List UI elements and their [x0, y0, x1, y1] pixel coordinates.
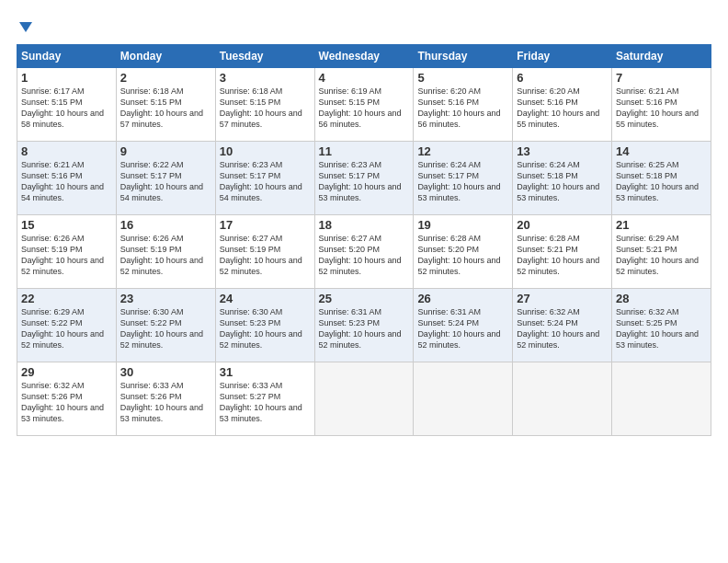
- col-monday: Monday: [116, 45, 215, 68]
- day-cell: 14Sunrise: 6:25 AMSunset: 5:18 PMDayligh…: [612, 142, 711, 215]
- day-info: Sunrise: 6:24 AMSunset: 5:18 PMDaylight:…: [517, 160, 599, 202]
- day-info: Sunrise: 6:22 AMSunset: 5:17 PMDaylight:…: [120, 160, 203, 202]
- page: SundayMondayTuesdayWednesdayThursdayFrid…: [0, 0, 728, 563]
- day-info: Sunrise: 6:29 AMSunset: 5:21 PMDaylight:…: [616, 234, 699, 276]
- day-cell: [513, 362, 612, 436]
- week-row-3: 15Sunrise: 6:26 AMSunset: 5:19 PMDayligh…: [17, 215, 711, 289]
- calendar-table: SundayMondayTuesdayWednesdayThursdayFrid…: [17, 44, 711, 436]
- week-row-5: 29Sunrise: 6:32 AMSunset: 5:26 PMDayligh…: [17, 362, 711, 436]
- svg-marker-0: [19, 22, 32, 32]
- day-number: 27: [517, 292, 608, 305]
- logo-line1: [17, 17, 34, 35]
- day-cell: 29Sunrise: 6:32 AMSunset: 5:26 PMDayligh…: [17, 362, 117, 436]
- day-number: 31: [220, 365, 311, 379]
- day-number: 16: [120, 218, 211, 232]
- day-number: 22: [21, 292, 112, 305]
- day-info: Sunrise: 6:20 AMSunset: 5:16 PMDaylight:…: [417, 86, 500, 129]
- day-info: Sunrise: 6:21 AMSunset: 5:16 PMDaylight:…: [616, 86, 699, 129]
- day-cell: 13Sunrise: 6:24 AMSunset: 5:18 PMDayligh…: [513, 142, 612, 215]
- day-info: Sunrise: 6:32 AMSunset: 5:24 PMDaylight:…: [517, 307, 599, 350]
- day-number: 29: [21, 365, 112, 379]
- day-number: 28: [616, 292, 707, 305]
- day-cell: 24Sunrise: 6:30 AMSunset: 5:23 PMDayligh…: [215, 289, 314, 362]
- day-number: 6: [517, 71, 608, 85]
- day-info: Sunrise: 6:26 AMSunset: 5:19 PMDaylight:…: [120, 234, 203, 276]
- day-number: 13: [517, 144, 608, 158]
- day-info: Sunrise: 6:23 AMSunset: 5:17 PMDaylight:…: [319, 160, 402, 202]
- day-cell: [612, 362, 711, 436]
- day-number: 3: [220, 71, 311, 85]
- week-row-4: 22Sunrise: 6:29 AMSunset: 5:22 PMDayligh…: [17, 289, 711, 362]
- header-row: SundayMondayTuesdayWednesdayThursdayFrid…: [17, 45, 711, 68]
- day-cell: 12Sunrise: 6:24 AMSunset: 5:17 PMDayligh…: [414, 142, 513, 215]
- day-info: Sunrise: 6:21 AMSunset: 5:16 PMDaylight:…: [21, 160, 104, 202]
- day-number: 26: [417, 292, 508, 305]
- day-info: Sunrise: 6:27 AMSunset: 5:20 PMDaylight:…: [319, 234, 402, 276]
- day-cell: 25Sunrise: 6:31 AMSunset: 5:23 PMDayligh…: [314, 289, 414, 362]
- day-cell: 8Sunrise: 6:21 AMSunset: 5:16 PMDaylight…: [17, 142, 117, 215]
- day-number: 5: [417, 71, 508, 85]
- day-cell: 16Sunrise: 6:26 AMSunset: 5:19 PMDayligh…: [116, 215, 215, 289]
- day-info: Sunrise: 6:32 AMSunset: 5:26 PMDaylight:…: [21, 381, 104, 423]
- day-number: 12: [417, 144, 508, 158]
- day-number: 30: [120, 365, 211, 379]
- day-info: Sunrise: 6:33 AMSunset: 5:27 PMDaylight:…: [220, 381, 302, 423]
- day-info: Sunrise: 6:30 AMSunset: 5:22 PMDaylight:…: [120, 307, 203, 350]
- day-number: 9: [120, 144, 211, 158]
- day-info: Sunrise: 6:32 AMSunset: 5:25 PMDaylight:…: [616, 307, 699, 350]
- day-cell: 26Sunrise: 6:31 AMSunset: 5:24 PMDayligh…: [414, 289, 513, 362]
- day-info: Sunrise: 6:19 AMSunset: 5:15 PMDaylight:…: [319, 86, 402, 129]
- day-cell: 11Sunrise: 6:23 AMSunset: 5:17 PMDayligh…: [314, 142, 414, 215]
- day-info: Sunrise: 6:29 AMSunset: 5:22 PMDaylight:…: [21, 307, 104, 350]
- day-info: Sunrise: 6:18 AMSunset: 5:15 PMDaylight:…: [120, 86, 203, 129]
- day-number: 18: [319, 218, 410, 232]
- day-info: Sunrise: 6:28 AMSunset: 5:21 PMDaylight:…: [517, 234, 599, 276]
- logo-arrow-icon: [17, 18, 34, 35]
- day-cell: 17Sunrise: 6:27 AMSunset: 5:19 PMDayligh…: [215, 215, 314, 289]
- week-row-1: 1Sunrise: 6:17 AMSunset: 5:15 PMDaylight…: [17, 68, 711, 142]
- day-cell: 4Sunrise: 6:19 AMSunset: 5:15 PMDaylight…: [314, 68, 414, 142]
- day-info: Sunrise: 6:25 AMSunset: 5:18 PMDaylight:…: [616, 160, 699, 202]
- header: [17, 17, 711, 35]
- day-number: 15: [21, 218, 112, 232]
- day-number: 20: [517, 218, 608, 232]
- day-number: 24: [220, 292, 311, 305]
- day-cell: 5Sunrise: 6:20 AMSunset: 5:16 PMDaylight…: [414, 68, 513, 142]
- day-info: Sunrise: 6:30 AMSunset: 5:23 PMDaylight:…: [220, 307, 302, 350]
- day-info: Sunrise: 6:17 AMSunset: 5:15 PMDaylight:…: [21, 86, 104, 129]
- day-cell: 2Sunrise: 6:18 AMSunset: 5:15 PMDaylight…: [116, 68, 215, 142]
- day-number: 19: [417, 218, 508, 232]
- day-cell: 7Sunrise: 6:21 AMSunset: 5:16 PMDaylight…: [612, 68, 711, 142]
- day-number: 4: [319, 71, 410, 85]
- day-info: Sunrise: 6:23 AMSunset: 5:17 PMDaylight:…: [220, 160, 302, 202]
- col-thursday: Thursday: [414, 45, 513, 68]
- day-number: 1: [21, 71, 112, 85]
- day-number: 2: [120, 71, 211, 85]
- day-cell: 19Sunrise: 6:28 AMSunset: 5:20 PMDayligh…: [414, 215, 513, 289]
- day-info: Sunrise: 6:31 AMSunset: 5:23 PMDaylight:…: [319, 307, 402, 350]
- logo: [17, 17, 34, 35]
- day-info: Sunrise: 6:26 AMSunset: 5:19 PMDaylight:…: [21, 234, 104, 276]
- day-number: 8: [21, 144, 112, 158]
- day-cell: 31Sunrise: 6:33 AMSunset: 5:27 PMDayligh…: [215, 362, 314, 436]
- day-info: Sunrise: 6:20 AMSunset: 5:16 PMDaylight:…: [517, 86, 599, 129]
- day-cell: 3Sunrise: 6:18 AMSunset: 5:15 PMDaylight…: [215, 68, 314, 142]
- day-info: Sunrise: 6:33 AMSunset: 5:26 PMDaylight:…: [120, 381, 203, 423]
- col-sunday: Sunday: [17, 45, 117, 68]
- day-info: Sunrise: 6:27 AMSunset: 5:19 PMDaylight:…: [220, 234, 302, 276]
- day-info: Sunrise: 6:18 AMSunset: 5:15 PMDaylight:…: [220, 86, 302, 129]
- col-wednesday: Wednesday: [314, 45, 414, 68]
- day-info: Sunrise: 6:28 AMSunset: 5:20 PMDaylight:…: [417, 234, 500, 276]
- day-number: 25: [319, 292, 410, 305]
- day-number: 21: [616, 218, 707, 232]
- day-number: 14: [616, 144, 707, 158]
- day-cell: 18Sunrise: 6:27 AMSunset: 5:20 PMDayligh…: [314, 215, 414, 289]
- col-saturday: Saturday: [612, 45, 711, 68]
- day-cell: 22Sunrise: 6:29 AMSunset: 5:22 PMDayligh…: [17, 289, 117, 362]
- day-info: Sunrise: 6:24 AMSunset: 5:17 PMDaylight:…: [417, 160, 500, 202]
- day-cell: 15Sunrise: 6:26 AMSunset: 5:19 PMDayligh…: [17, 215, 117, 289]
- day-number: 17: [220, 218, 311, 232]
- day-cell: 30Sunrise: 6:33 AMSunset: 5:26 PMDayligh…: [116, 362, 215, 436]
- day-cell: 23Sunrise: 6:30 AMSunset: 5:22 PMDayligh…: [116, 289, 215, 362]
- col-friday: Friday: [513, 45, 612, 68]
